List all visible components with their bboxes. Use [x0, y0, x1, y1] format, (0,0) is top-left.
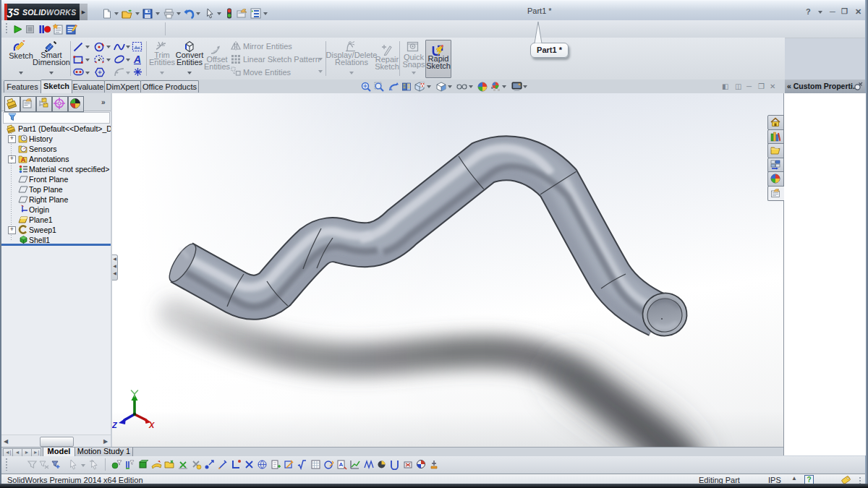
svg-text:A: A: [21, 156, 26, 163]
svg-text:A: A: [339, 461, 344, 468]
svg-text:A: A: [133, 53, 141, 65]
svg-text:X: X: [148, 421, 155, 429]
svg-text:Z: Z: [112, 421, 118, 429]
svg-text:?: ?: [807, 476, 811, 484]
